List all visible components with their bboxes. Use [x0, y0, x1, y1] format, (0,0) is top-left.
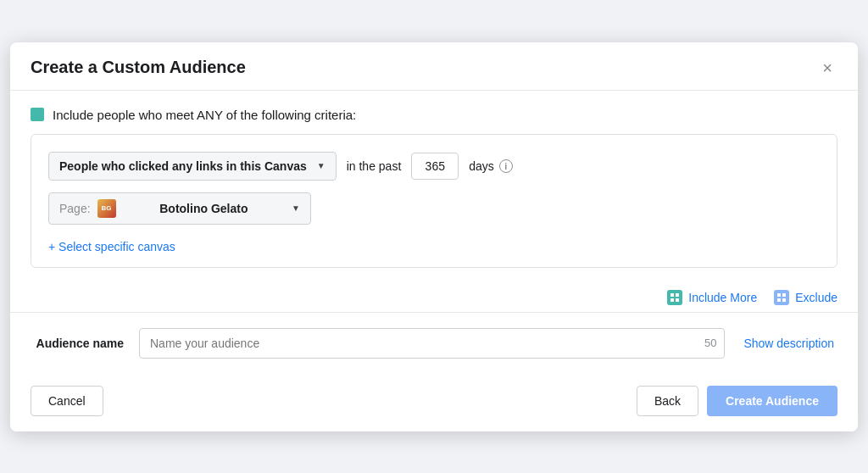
audience-section: Audience name 50 Show description [31, 313, 837, 374]
modal: Create a Custom Audience × Include peopl… [10, 42, 858, 431]
modal-title: Create a Custom Audience [31, 58, 246, 77]
criteria-main-row: People who clicked any links in this Can… [48, 152, 820, 181]
audience-name-input[interactable] [139, 328, 725, 359]
days-input[interactable] [411, 153, 459, 180]
info-icon[interactable]: i [499, 159, 513, 173]
include-more-label: Include More [688, 291, 757, 304]
page-prefix-label: Page: [59, 202, 91, 215]
days-label: days i [469, 159, 513, 173]
exclude-button[interactable]: Exclude [774, 290, 837, 305]
page-dropdown[interactable]: Page: BG Botolino Gelato ▼ [48, 192, 311, 225]
audience-input-wrap: 50 [139, 328, 725, 359]
footer-right: Back Create Audience [637, 386, 837, 416]
include-more-icon [667, 290, 682, 305]
criteria-label: Include people who meet ANY of the follo… [31, 108, 837, 122]
svg-rect-1 [676, 293, 679, 297]
include-more-button[interactable]: Include More [667, 290, 757, 305]
select-canvas-link[interactable]: + Select specific canvas [48, 240, 175, 253]
svg-rect-2 [670, 298, 674, 302]
page-name-label: Botolino Gelato [123, 202, 286, 215]
svg-rect-0 [670, 293, 674, 297]
close-button[interactable]: × [817, 58, 837, 78]
svg-rect-4 [777, 293, 781, 297]
exclude-icon [774, 290, 789, 305]
teal-square-icon [31, 108, 44, 121]
criteria-actions: Include More Exclude [31, 281, 837, 312]
svg-rect-5 [782, 293, 786, 297]
canvas-dropdown-label: People who clicked any links in this Can… [59, 159, 307, 173]
modal-header: Create a Custom Audience × [10, 42, 858, 91]
show-description-button[interactable]: Show description [740, 337, 837, 350]
chevron-down-icon: ▼ [317, 161, 326, 170]
svg-rect-6 [777, 298, 781, 302]
page-logo-icon: BG [97, 199, 116, 218]
criteria-text: Include people who meet ANY of the follo… [53, 108, 356, 122]
svg-rect-7 [782, 298, 786, 302]
audience-name-label: Audience name [31, 337, 124, 350]
canvas-dropdown[interactable]: People who clicked any links in this Can… [48, 152, 337, 181]
modal-body: Include people who meet ANY of the follo… [10, 91, 858, 374]
create-audience-button[interactable]: Create Audience [707, 386, 837, 416]
page-chevron-down-icon: ▼ [292, 203, 300, 213]
cancel-button[interactable]: Cancel [31, 386, 103, 416]
back-button[interactable]: Back [637, 386, 698, 416]
criteria-box: People who clicked any links in this Can… [31, 134, 837, 268]
in-the-past-label: in the past [347, 159, 402, 173]
svg-rect-3 [676, 298, 679, 302]
page-row: Page: BG Botolino Gelato ▼ [48, 192, 820, 225]
exclude-label: Exclude [795, 291, 837, 304]
modal-footer: Cancel Back Create Audience [10, 374, 858, 431]
